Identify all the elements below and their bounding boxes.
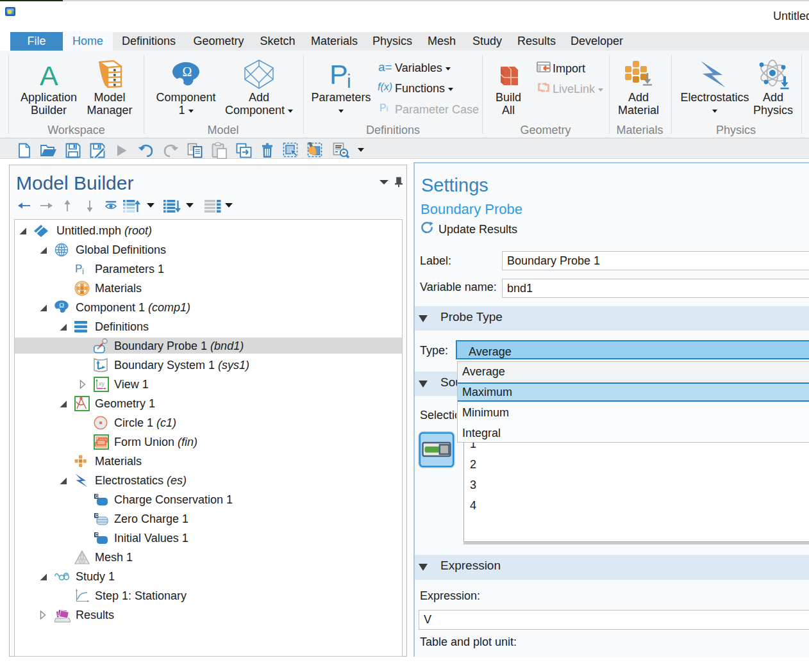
svg-text:xy: xy [99, 381, 105, 387]
svg-text:D: D [95, 493, 99, 499]
svg-text:P: P [75, 263, 82, 275]
svg-text:Ω: Ω [59, 302, 64, 309]
svg-text:D: D [95, 512, 99, 518]
svg-text:Ω: Ω [183, 65, 192, 79]
svg-text:D: D [95, 532, 99, 537]
svg-text:i: i [82, 266, 84, 276]
